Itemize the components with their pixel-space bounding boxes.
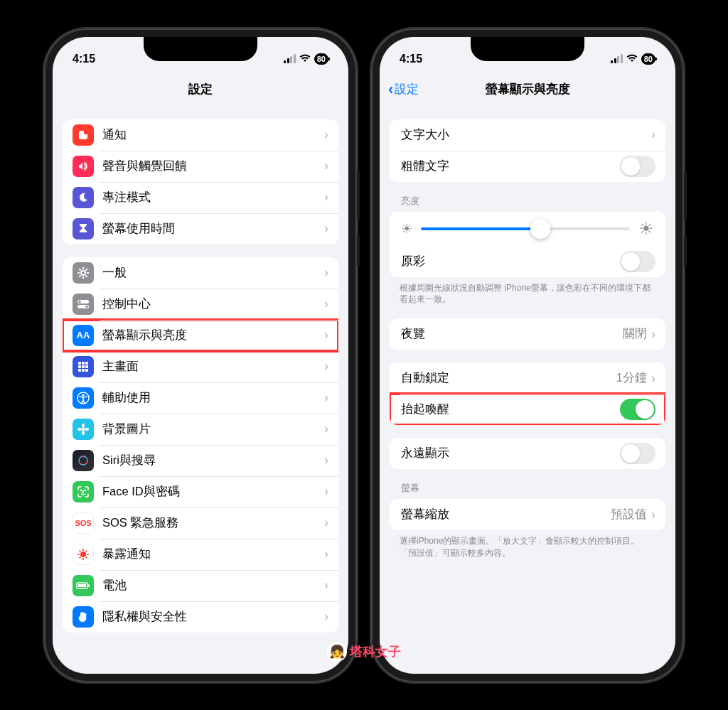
sun-small-icon: ☀ bbox=[401, 221, 412, 237]
row-label: 自動鎖定 bbox=[401, 370, 616, 386]
svg-line-42 bbox=[80, 556, 81, 558]
row-sos[interactable]: SOS SOS 緊急服務 › bbox=[63, 507, 338, 539]
raise-to-wake-toggle[interactable] bbox=[620, 399, 655, 420]
screen-left: 4:15 80 設定 通知 › bbox=[53, 37, 348, 674]
back-button[interactable]: ‹ 設定 bbox=[388, 80, 419, 99]
row-battery[interactable]: 電池 › bbox=[63, 570, 338, 601]
text-group: 文字大小 › 粗體文字 bbox=[390, 119, 665, 182]
svg-point-28 bbox=[82, 431, 85, 435]
chevron-right-icon: › bbox=[324, 547, 328, 561]
bell-icon bbox=[73, 124, 94, 146]
wifi-icon bbox=[626, 53, 638, 65]
svg-point-34 bbox=[85, 490, 85, 490]
accessibility-icon bbox=[73, 387, 94, 409]
row-faceid[interactable]: Face ID與密碼 › bbox=[63, 476, 338, 507]
row-sound[interactable]: 聲音與觸覺回饋 › bbox=[63, 151, 338, 182]
svg-rect-45 bbox=[78, 584, 86, 587]
row-label: SOS 緊急服務 bbox=[102, 515, 324, 531]
row-value: 1分鐘 bbox=[616, 370, 647, 386]
row-text-size[interactable]: 文字大小 › bbox=[390, 119, 665, 151]
brightness-group: ☀ ☀ 原彩 bbox=[390, 212, 665, 277]
row-exposure[interactable]: 暴露通知 › bbox=[63, 539, 338, 570]
watermark-text: 塔科女子 bbox=[350, 643, 401, 660]
slider-fill bbox=[421, 227, 540, 230]
svg-rect-18 bbox=[78, 365, 81, 368]
gear-icon bbox=[73, 262, 94, 284]
svg-point-26 bbox=[82, 428, 85, 431]
row-night-shift[interactable]: 夜覽 關閉 › bbox=[390, 318, 665, 350]
slider-thumb[interactable] bbox=[530, 219, 550, 239]
chevron-right-icon: › bbox=[324, 190, 328, 205]
row-siri[interactable]: Siri與搜尋 › bbox=[63, 445, 338, 476]
chevron-right-icon: › bbox=[324, 609, 328, 624]
row-accessibility[interactable]: 輔助使用 › bbox=[63, 382, 338, 414]
virus-icon bbox=[73, 544, 94, 565]
row-auto-lock[interactable]: 自動鎖定 1分鐘 › bbox=[390, 362, 665, 394]
row-label: 控制中心 bbox=[102, 296, 324, 312]
row-label: 背景圖片 bbox=[102, 421, 324, 437]
row-display-brightness[interactable]: AA 螢幕顯示與亮度 › bbox=[63, 320, 338, 351]
row-general[interactable]: 一般 › bbox=[63, 257, 338, 289]
display-settings-list[interactable]: 文字大小 › 粗體文字 亮度 ☀ ☀ bbox=[380, 107, 675, 674]
row-screentime[interactable]: 螢幕使用時間 › bbox=[63, 213, 338, 244]
row-wallpaper[interactable]: 背景圖片 › bbox=[63, 414, 338, 445]
row-privacy[interactable]: 隱私權與安全性 › bbox=[63, 601, 338, 633]
siri-icon bbox=[73, 450, 94, 471]
chevron-right-icon: › bbox=[324, 515, 328, 530]
text-size-icon: AA bbox=[73, 325, 94, 346]
row-display-zoom[interactable]: 螢幕縮放 預設值 › bbox=[390, 499, 665, 530]
battery-icon bbox=[73, 575, 94, 596]
row-always-on[interactable]: 永遠顯示 bbox=[390, 438, 665, 469]
row-notifications[interactable]: 通知 › bbox=[63, 119, 338, 151]
phone-frame-left: 4:15 80 設定 通知 › bbox=[44, 28, 357, 682]
svg-line-40 bbox=[80, 550, 81, 552]
speaker-icon bbox=[73, 156, 94, 177]
settings-group-2: 一般 › 控制中心 › AA 螢幕顯示與亮度 › bbox=[63, 257, 338, 633]
row-label: 螢幕縮放 bbox=[401, 507, 611, 522]
svg-point-29 bbox=[77, 428, 82, 431]
true-tone-toggle[interactable] bbox=[620, 251, 655, 272]
row-raise-to-wake[interactable]: 抬起喚醒 bbox=[390, 394, 665, 425]
chevron-right-icon: › bbox=[651, 327, 655, 342]
svg-rect-17 bbox=[85, 362, 88, 365]
chevron-right-icon: › bbox=[324, 328, 328, 343]
row-label: 螢幕使用時間 bbox=[102, 221, 324, 237]
chevron-right-icon: › bbox=[324, 296, 328, 311]
row-home-screen[interactable]: 主畫面 › bbox=[63, 351, 338, 382]
row-control-center[interactable]: 控制中心 › bbox=[63, 289, 338, 320]
row-value: 關閉 bbox=[623, 326, 647, 342]
page-title: 螢幕顯示與亮度 bbox=[486, 81, 570, 97]
brightness-slider[interactable] bbox=[421, 227, 630, 230]
row-bold-text[interactable]: 粗體文字 bbox=[390, 151, 665, 182]
chevron-left-icon: ‹ bbox=[388, 80, 393, 99]
svg-rect-21 bbox=[78, 369, 81, 372]
svg-line-9 bbox=[79, 275, 80, 276]
battery-indicator: 80 bbox=[641, 53, 655, 65]
row-label: 粗體文字 bbox=[401, 158, 620, 174]
always-on-toggle[interactable] bbox=[620, 443, 655, 464]
chevron-right-icon: › bbox=[324, 127, 328, 142]
cellular-signal-icon bbox=[611, 54, 623, 63]
nav-bar: ‹ 設定 螢幕顯示與亮度 bbox=[380, 72, 675, 107]
row-focus[interactable]: 專注模式 › bbox=[63, 182, 338, 213]
brightness-header: 亮度 bbox=[380, 182, 675, 212]
zoom-group: 螢幕縮放 預設值 › bbox=[390, 499, 665, 530]
svg-point-1 bbox=[84, 129, 88, 134]
true-tone-footer: 根據周圍光線狀況自動調整 iPhone螢幕，讓色彩在不同的環境下都看起來一致。 bbox=[380, 277, 675, 306]
row-label: 夜覽 bbox=[401, 326, 623, 342]
bold-text-toggle[interactable] bbox=[620, 156, 655, 177]
row-true-tone[interactable]: 原彩 bbox=[390, 246, 665, 277]
row-label: 抬起喚醒 bbox=[401, 402, 620, 417]
chevron-right-icon: › bbox=[324, 390, 328, 405]
svg-line-43 bbox=[86, 550, 87, 552]
settings-list[interactable]: 通知 › 聲音與觸覺回饋 › 專注模式 › bbox=[53, 107, 348, 674]
screen-right: 4:15 80 ‹ 設定 螢幕顯示與亮度 文字大小 › bbox=[380, 37, 675, 674]
chevron-right-icon: › bbox=[324, 265, 328, 280]
lock-group: 自動鎖定 1分鐘 › 抬起喚醒 bbox=[390, 362, 665, 425]
row-label: 主畫面 bbox=[102, 359, 324, 375]
chevron-right-icon: › bbox=[651, 371, 655, 386]
back-label: 設定 bbox=[395, 81, 419, 97]
chevron-right-icon: › bbox=[324, 221, 328, 236]
row-value: 預設值 bbox=[611, 507, 647, 522]
row-label: 文字大小 bbox=[401, 127, 651, 143]
